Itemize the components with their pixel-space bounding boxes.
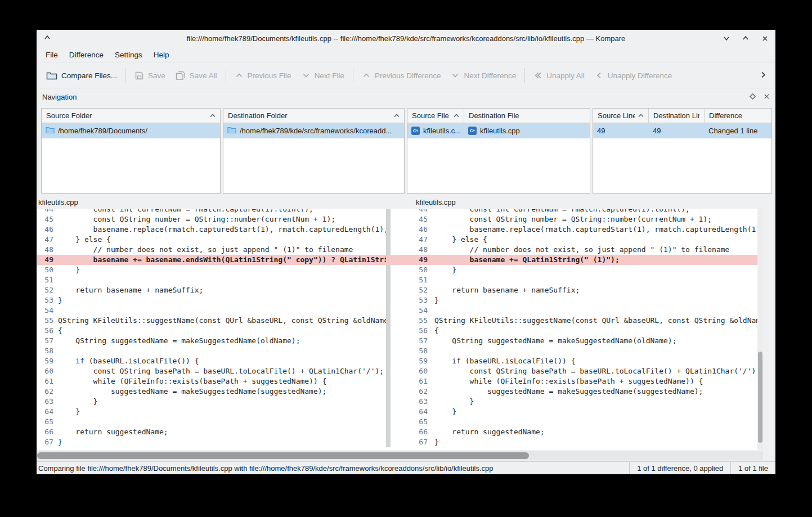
close-icon[interactable] [760,33,770,43]
save-button[interactable]: Save [129,67,171,84]
diff-connector [386,386,406,397]
files-row[interactable]: C+ kfileutils.c... C+ kfileutils.cpp [407,123,590,138]
diff-row: 55QString KFileUtils::suggestName(const … [37,316,763,326]
diff-connector [386,316,406,326]
sort-ascending-icon [450,114,459,118]
destination-file-column-header[interactable]: Destination File [464,109,590,123]
vertical-scroll-handle[interactable] [758,352,762,443]
source-file-column-header[interactable]: Source File [407,109,464,123]
diff-connector [386,295,406,305]
destination-line-column-header[interactable]: Destination Lir [649,109,705,123]
save-all-button[interactable]: Save All [171,67,222,84]
source-code-line: } else { [58,235,386,245]
source-code-line: QString suggestedName = makeSuggestedNam… [58,336,386,346]
source-code-line: const QString basePath = baseURL.toLocal… [58,366,386,376]
double-chevron-left-icon [533,71,542,80]
minimize-icon[interactable] [721,33,732,43]
source-code-line [58,417,386,427]
next-file-button[interactable]: Next File [297,67,349,84]
unapply-difference-button[interactable]: Unapply Difference [590,67,678,84]
destination-code-line: } else { [434,235,763,245]
horizontal-scroll-handle[interactable] [37,452,529,459]
line-number-right: 50 [406,265,434,275]
diff-row: 63 }63 } [37,397,763,407]
destination-line-value: 49 [653,127,661,135]
line-number-left: 45 [37,214,58,224]
diff-row: 52 return basename + nameSuffix;52 retur… [37,285,763,295]
source-code-line: } [58,437,386,447]
menu-file[interactable]: File [40,48,64,62]
close-dock-icon[interactable] [764,93,770,101]
line-number-right: 56 [406,326,434,336]
destination-folder-column-header[interactable]: Destination Folder [223,109,404,123]
vertical-scrollbar[interactable] [757,209,763,450]
unapply-all-button[interactable]: Unapply All [528,67,590,84]
destination-code-line: return basename + nameSuffix; [434,285,763,295]
source-file-header-label: Source File [412,111,449,120]
line-number-right: 58 [406,346,434,356]
diff-row: 67}67} [37,437,763,447]
diff-view[interactable]: 44 const int currentNum = rmatch.capture… [37,209,763,450]
maximize-icon[interactable] [741,33,751,43]
line-number-right: 46 [406,224,434,235]
line-number-right: 59 [406,356,434,366]
line-number-left: 56 [37,326,58,336]
diff-row: 46 basename.replace(rmatch.capturedStart… [37,224,763,235]
navigation-dock-header: Navigation [37,89,775,105]
destination-code-line: while (QFileInfo::exists(basePath + sugg… [434,376,763,386]
difference-column-header[interactable]: Difference [705,109,771,123]
source-code-line: basename.replace(rmatch.capturedStart(1)… [58,224,386,235]
files-column-header: Source File Destination File [407,109,590,123]
horizontal-scrollbar[interactable] [37,451,763,460]
source-code-line: const int currentNum = rmatch.captured(1… [58,209,386,214]
window-shade-icon[interactable] [43,34,51,43]
toolbar-overflow-icon[interactable] [755,67,771,84]
line-number-right: 65 [406,417,434,427]
destination-file-value: kfileutils.cpp [480,127,520,135]
diff-row: 5151 [37,275,763,285]
diff-connector [386,265,406,275]
source-line-column-header[interactable]: Source Line [593,109,649,123]
source-line-value: 49 [597,127,605,135]
source-file-value: kfileutils.c... [423,127,460,135]
difference-row[interactable]: 49 49 Changed 1 line [593,123,771,138]
menu-settings[interactable]: Settings [109,48,148,62]
diff-row-changed[interactable]: 49 basename += basename.endsWith(QLatin1… [37,255,763,265]
destination-code-line: suggestedName = makeSuggestedName(sugges… [434,386,763,397]
diff-row: 47 } else {47 } else { [37,235,763,245]
compare-files-button[interactable]: Compare Files... [41,67,122,84]
destination-folder-row[interactable]: /home/fhek789/kde/src/frameworks/kcoread… [223,123,404,138]
line-number-right: 48 [406,245,434,255]
diff-row: 60 const QString basePath = baseURL.toLo… [37,366,763,376]
diff-row: 45 const QString number = QString::numbe… [37,214,763,224]
sort-ascending-icon [207,114,216,118]
line-number-right: 45 [406,214,434,224]
window-controls [721,30,770,47]
source-folder-column-header[interactable]: Source Folder [42,109,220,123]
line-number-right: 67 [406,437,434,447]
line-number-left: 51 [37,275,58,285]
menu-difference[interactable]: Difference [64,48,109,62]
menu-help[interactable]: Help [148,48,175,62]
previous-difference-button[interactable]: Previous Difference [357,67,446,84]
line-number-right: 63 [406,397,434,407]
line-number-left: 59 [37,356,58,366]
diff-row: 59 if (baseURL.isLocalFile()) {59 if (ba… [37,356,763,366]
source-folder-row[interactable]: /home/fhek789/Documents/ [42,123,220,138]
destination-code-line: return suggestedName; [434,427,763,437]
folder-icon [46,126,55,136]
previous-file-button[interactable]: Previous File [230,67,297,84]
float-dock-icon[interactable] [750,93,756,101]
sort-ascending-icon [391,114,400,118]
sort-ascending-icon [635,114,644,118]
line-number-left: 60 [37,366,58,376]
file-status: 1 of 1 file [730,462,775,474]
line-number-right: 61 [406,376,434,386]
diff-connector [386,397,406,407]
chevron-down-icon [302,71,311,80]
line-number-left: 57 [37,336,58,346]
destination-code-line: QString KFileUtils::suggestName(const QU… [434,316,763,326]
next-difference-button[interactable]: Next Difference [446,67,521,84]
line-number-right: 49 [406,255,434,265]
diff-connector [386,235,406,245]
